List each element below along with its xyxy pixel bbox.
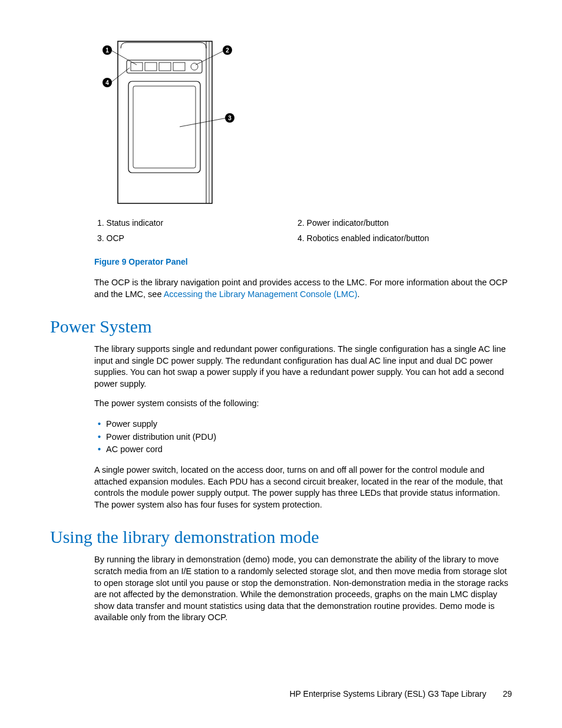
legend-item-2: 2. Power indicator/button (297, 218, 498, 228)
bullet-ac-cord: AC power cord (106, 443, 512, 456)
power-p2: The power system consists of the followi… (94, 398, 512, 410)
heading-demo-mode: Using the library demonstration mode (50, 527, 512, 547)
legend-item-1: 1. Status indicator (97, 218, 297, 228)
svg-rect-10 (133, 86, 196, 168)
callout-3: 3 (225, 113, 234, 123)
legend-item-3: 3. OCP (97, 233, 297, 243)
power-p3: A single power switch, located on the ac… (94, 465, 512, 510)
heading-power-system: Power System (50, 317, 512, 337)
operator-panel-diagram: 1 2 3 4 (94, 35, 247, 206)
lmc-link[interactable]: Accessing the Library Management Console… (164, 289, 358, 299)
power-bullets: Power supply Power distribution unit (PD… (106, 418, 512, 456)
figure-diagram-area: 1 2 3 4 (94, 35, 512, 206)
callout-1: 1 (103, 45, 112, 55)
figure-legend-row1: 1. Status indicator 2. Power indicator/b… (97, 218, 512, 228)
page-footer: HP Enterprise Systems Library (ESL) G3 T… (289, 689, 512, 699)
footer-title: HP Enterprise Systems Library (ESL) G3 T… (289, 689, 486, 699)
legend-item-4: 4. Robotics enabled indicator/button (297, 233, 498, 243)
callout-2: 2 (223, 45, 232, 55)
diagram-svg (94, 35, 247, 206)
power-p1: The library supports single and redundan… (94, 344, 512, 390)
callout-4: 4 (103, 78, 112, 87)
bullet-pdu: Power distribution unit (PDU) (106, 431, 512, 444)
demo-p1: By running the library in demonstration … (94, 554, 512, 623)
footer-page-number: 29 (503, 689, 512, 699)
figure-legend-row2: 3. OCP 4. Robotics enabled indicator/but… (97, 233, 512, 243)
intro-text-b: . (358, 289, 360, 299)
figure-caption: Figure 9 Operator Panel (94, 257, 512, 266)
intro-paragraph: The OCP is the library navigation point … (94, 277, 512, 300)
bullet-power-supply: Power supply (106, 418, 512, 431)
